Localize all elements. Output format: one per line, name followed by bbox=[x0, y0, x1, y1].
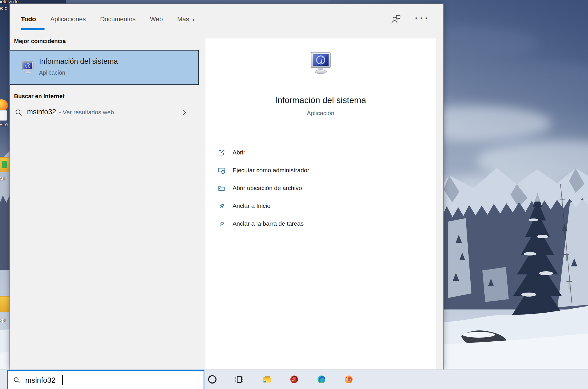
best-match-subtitle: Aplicación bbox=[39, 69, 65, 76]
search-icon bbox=[13, 376, 21, 384]
firefox-icon bbox=[344, 374, 354, 384]
search-icon bbox=[15, 109, 23, 117]
search-input-value: msinfo32 bbox=[25, 376, 56, 385]
desktop-folder-label: cri bbox=[0, 176, 5, 181]
best-match-title: Información del sistema bbox=[39, 57, 118, 66]
action-anclar-barra-tareas[interactable]: Anclar a la barra de tareas bbox=[205, 215, 436, 233]
web-query-hint: - Ver resultados web bbox=[59, 109, 114, 116]
search-flyout: Todo Aplicaciones Documentos Web Más ▼ ·… bbox=[9, 3, 444, 369]
red-app-icon bbox=[289, 374, 299, 384]
pin-taskbar-icon bbox=[218, 220, 225, 228]
task-view-button[interactable] bbox=[226, 369, 253, 389]
result-detail-panel: Información del sistema Aplicación Abrir bbox=[205, 38, 436, 369]
red-app-button[interactable] bbox=[281, 369, 308, 389]
action-ejecutar-como-administrador[interactable]: Ejecutar como administrador bbox=[205, 161, 436, 179]
system-information-icon bbox=[21, 61, 35, 75]
pin-start-icon bbox=[218, 202, 225, 210]
text-cursor bbox=[62, 375, 63, 385]
desktop-folder-icon-2[interactable] bbox=[0, 296, 9, 312]
feedback-person-icon[interactable] bbox=[390, 14, 401, 25]
file-explorer-button[interactable] bbox=[253, 369, 281, 389]
tab-web[interactable]: Web bbox=[150, 16, 163, 23]
cortana-button[interactable] bbox=[199, 369, 226, 389]
desktop-icon-fragment[interactable] bbox=[0, 110, 7, 121]
file-location-icon bbox=[218, 184, 225, 192]
web-search-suggestion[interactable]: msinfo32 - Ver resultados web bbox=[10, 103, 199, 122]
best-match-header: Mejor coincidencia bbox=[14, 38, 66, 44]
file-explorer-icon bbox=[262, 374, 272, 384]
divider bbox=[205, 135, 436, 135]
tab-aplicaciones[interactable]: Aplicaciones bbox=[50, 16, 86, 23]
web-search-header: Buscar en Internet bbox=[14, 93, 65, 100]
system-information-icon-large bbox=[308, 51, 333, 76]
cortana-icon bbox=[207, 374, 217, 384]
run-as-admin-icon bbox=[218, 167, 225, 174]
action-abrir[interactable]: Abrir bbox=[205, 144, 436, 161]
tab-todo[interactable]: Todo bbox=[21, 16, 36, 23]
best-match-result[interactable]: Información del sistema Aplicación bbox=[10, 50, 199, 85]
recycle-bin-label-line2: ecic bbox=[0, 5, 7, 11]
edge-button[interactable] bbox=[308, 369, 335, 389]
search-results-list: Mejor coincidencia Información del siste… bbox=[10, 34, 199, 369]
active-tab-underline bbox=[21, 28, 45, 30]
action-list: Abrir Ejecutar como administrador bbox=[205, 144, 436, 233]
action-anclar-inicio[interactable]: Anclar a Inicio bbox=[205, 197, 436, 215]
detail-title: Información del sistema bbox=[205, 95, 436, 105]
desktop-folder-icon[interactable] bbox=[0, 157, 9, 172]
detail-subtitle: Aplicación bbox=[205, 110, 436, 117]
edge-icon bbox=[316, 374, 326, 384]
taskbar-search-input[interactable]: msinfo32 bbox=[7, 370, 204, 389]
firefox-desktop-label: Fire bbox=[0, 122, 8, 127]
taskbar-icons bbox=[199, 369, 362, 389]
open-icon bbox=[218, 149, 225, 156]
tab-documentos[interactable]: Documentos bbox=[100, 16, 136, 23]
desktop-folder-label-2: xpl bbox=[0, 318, 6, 323]
search-filter-tabbar: Todo Aplicaciones Documentos Web Más ▼ ·… bbox=[10, 4, 443, 34]
chevron-down-icon: ▼ bbox=[192, 18, 196, 22]
firefox-button[interactable] bbox=[335, 369, 362, 389]
action-abrir-ubicacion[interactable]: Abrir ubicación de archivo bbox=[205, 179, 436, 197]
chevron-right-icon[interactable] bbox=[180, 109, 188, 117]
task-view-icon bbox=[235, 374, 245, 384]
tab-mas[interactable]: Más ▼ bbox=[177, 16, 195, 23]
web-query-text: msinfo32 bbox=[27, 108, 56, 116]
folder-content-fragment bbox=[2, 161, 7, 168]
